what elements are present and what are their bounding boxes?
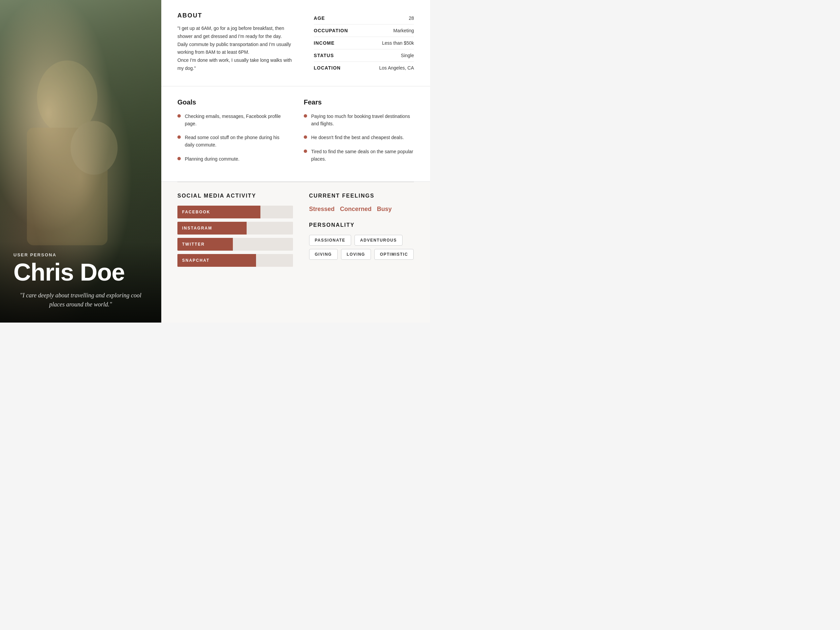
social-bar-label: FACEBOOK xyxy=(182,210,210,215)
goal-item: Planning during commute. xyxy=(177,156,287,163)
feeling-tag: Concerned xyxy=(340,205,372,213)
stats-value: 28 xyxy=(363,12,414,25)
fears-column: Fears Paying too much for booking travel… xyxy=(304,98,414,169)
stats-row: LOCATION Los Angeles, CA xyxy=(314,62,414,74)
goals-list: Checking emails, messages, Facebook prof… xyxy=(177,113,287,163)
bullet-dot xyxy=(304,114,307,118)
svg-point-2 xyxy=(71,121,118,175)
fear-item: Paying too much for booking travel desti… xyxy=(304,113,414,127)
stats-row: STATUS Single xyxy=(314,49,414,62)
stats-value: Marketing xyxy=(363,25,414,37)
social-bars: FACEBOOK INSTAGRAM TWITTER SNAPCHAT xyxy=(177,205,293,267)
stats-value: Los Angeles, CA xyxy=(363,62,414,74)
stats-label: AGE xyxy=(314,12,363,25)
social-bar-label: TWITTER xyxy=(182,242,205,246)
persona-label: USER PERSONA xyxy=(13,252,148,257)
social-bar-fill: INSTAGRAM xyxy=(177,222,246,235)
fears-title: Fears xyxy=(304,98,414,106)
about-stats: AGE 28 OCCUPATION Marketing INCOME Less … xyxy=(314,12,414,74)
personality-chip: OPTIMISTIC xyxy=(374,249,414,260)
fear-item: Tired to find the same deals on the same… xyxy=(304,148,414,163)
persona-name: Chris Doe xyxy=(13,260,148,284)
stats-table: AGE 28 OCCUPATION Marketing INCOME Less … xyxy=(314,12,414,74)
social-title: SOCIAL MEDIA ACTIVITY xyxy=(177,193,293,199)
stats-label: LOCATION xyxy=(314,62,363,74)
social-bar-row: TWITTER xyxy=(177,238,293,251)
social-bar-row: SNAPCHAT xyxy=(177,254,293,267)
personality-title: PERSONALITY xyxy=(309,222,414,228)
feeling-tag: Busy xyxy=(377,205,392,213)
stats-row: AGE 28 xyxy=(314,12,414,25)
feelings-tags: StressedConcernedBusy xyxy=(309,205,414,213)
bullet-dot xyxy=(304,136,307,139)
social-bar-row: INSTAGRAM xyxy=(177,222,293,235)
stats-row: INCOME Less than $50k xyxy=(314,37,414,49)
social-bar-label: SNAPCHAT xyxy=(182,258,210,263)
goal-item: Checking emails, messages, Facebook prof… xyxy=(177,113,287,127)
personality-chip: ADVENTUROUS xyxy=(354,235,403,246)
bottom-section: SOCIAL MEDIA ACTIVITY FACEBOOK INSTAGRAM… xyxy=(161,182,430,322)
social-media-column: SOCIAL MEDIA ACTIVITY FACEBOOK INSTAGRAM… xyxy=(177,193,293,312)
left-bottom: USER PERSONA Chris Doe "I care deeply ab… xyxy=(0,242,161,322)
left-panel: USER PERSONA Chris Doe "I care deeply ab… xyxy=(0,0,161,322)
social-bar-fill: FACEBOOK xyxy=(177,205,261,218)
social-bar-fill: SNAPCHAT xyxy=(177,254,256,267)
persona-quote: "I care deeply about travelling and expl… xyxy=(13,291,148,309)
feelings-column: CURRENT FEELINGS StressedConcernedBusy P… xyxy=(309,193,414,312)
about-section: ABOUT "I get up at 6AM, go for a jog bef… xyxy=(161,0,430,86)
personality-chip: LOVING xyxy=(341,249,371,260)
social-bar-track: FACEBOOK xyxy=(177,205,293,218)
stats-value: Single xyxy=(363,49,414,62)
stats-label: INCOME xyxy=(314,37,363,49)
fear-item: He doesn't find the best and cheapest de… xyxy=(304,134,414,142)
social-bar-row: FACEBOOK xyxy=(177,205,293,218)
goal-text: Checking emails, messages, Facebook prof… xyxy=(185,113,287,127)
goals-column: Goals Checking emails, messages, Faceboo… xyxy=(177,98,287,169)
bullet-dot xyxy=(304,150,307,153)
stats-label: OCCUPATION xyxy=(314,25,363,37)
social-bar-fill: TWITTER xyxy=(177,238,233,251)
stats-label: STATUS xyxy=(314,49,363,62)
social-bar-track: SNAPCHAT xyxy=(177,254,293,267)
about-text: "I get up at 6AM, go for a jog before br… xyxy=(177,25,298,73)
fear-text: Paying too much for booking travel desti… xyxy=(311,113,414,127)
social-bar-track: INSTAGRAM xyxy=(177,222,293,235)
goals-title: Goals xyxy=(177,98,287,106)
fears-list: Paying too much for booking travel desti… xyxy=(304,113,414,163)
bullet-dot xyxy=(177,114,181,118)
goals-fears-section: Goals Checking emails, messages, Faceboo… xyxy=(161,86,430,182)
fear-text: He doesn't find the best and cheapest de… xyxy=(311,134,404,142)
personality-chip: GIVING xyxy=(309,249,338,260)
social-bar-label: INSTAGRAM xyxy=(182,226,212,231)
social-bar-track: TWITTER xyxy=(177,238,293,251)
stats-value: Less than $50k xyxy=(363,37,414,49)
goal-text: Planning during commute. xyxy=(185,156,240,163)
about-left: ABOUT "I get up at 6AM, go for a jog bef… xyxy=(177,12,298,74)
feelings-title: CURRENT FEELINGS xyxy=(309,193,414,199)
personality-chip: PASSIONATE xyxy=(309,235,351,246)
right-panel: ABOUT "I get up at 6AM, go for a jog bef… xyxy=(161,0,430,322)
stats-row: OCCUPATION Marketing xyxy=(314,25,414,37)
goal-text: Read some cool stuff on the phone during… xyxy=(185,134,287,148)
goal-item: Read some cool stuff on the phone during… xyxy=(177,134,287,148)
bullet-dot xyxy=(177,157,181,160)
fear-text: Tired to find the same deals on the same… xyxy=(311,148,414,163)
personality-grid: PASSIONATEADVENTUROUSGIVINGLOVINGOPTIMIS… xyxy=(309,235,414,260)
bullet-dot xyxy=(177,136,181,139)
about-title: ABOUT xyxy=(177,12,298,19)
feeling-tag: Stressed xyxy=(309,205,335,213)
